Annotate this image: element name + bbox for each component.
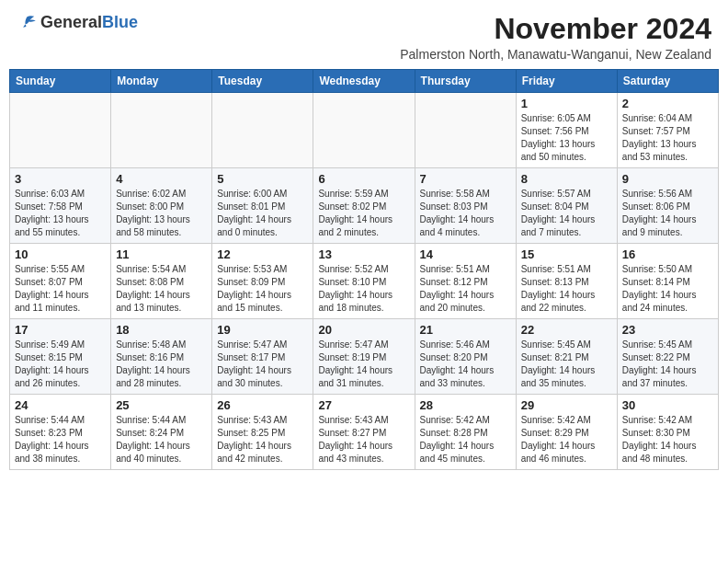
day-info: Sunrise: 5:43 AM Sunset: 8:27 PM Dayligh… bbox=[318, 414, 409, 465]
weekday-header-sunday: Sunday bbox=[10, 70, 111, 93]
day-cell bbox=[313, 93, 415, 168]
day-cell: 3Sunrise: 6:03 AM Sunset: 7:58 PM Daylig… bbox=[10, 168, 111, 244]
day-number: 15 bbox=[521, 247, 612, 261]
weekday-header-wednesday: Wednesday bbox=[313, 70, 415, 93]
day-info: Sunrise: 5:51 AM Sunset: 8:13 PM Dayligh… bbox=[521, 263, 612, 315]
day-number: 6 bbox=[318, 172, 409, 186]
day-info: Sunrise: 5:44 AM Sunset: 8:24 PM Dayligh… bbox=[116, 414, 207, 465]
day-info: Sunrise: 5:46 AM Sunset: 8:20 PM Dayligh… bbox=[420, 339, 511, 390]
week-row-3: 10Sunrise: 5:55 AM Sunset: 8:07 PM Dayli… bbox=[10, 244, 719, 319]
day-info: Sunrise: 5:48 AM Sunset: 8:16 PM Dayligh… bbox=[116, 339, 207, 390]
day-cell: 20Sunrise: 5:47 AM Sunset: 8:19 PM Dayli… bbox=[313, 319, 415, 395]
day-number: 10 bbox=[15, 247, 106, 261]
day-info: Sunrise: 5:42 AM Sunset: 8:29 PM Dayligh… bbox=[521, 414, 612, 465]
day-cell: 2Sunrise: 6:04 AM Sunset: 7:57 PM Daylig… bbox=[617, 93, 718, 168]
day-cell: 29Sunrise: 5:42 AM Sunset: 8:29 PM Dayli… bbox=[516, 395, 617, 470]
page-header: GeneralBlue November 2024 Palmerston Nor… bbox=[9, 9, 719, 65]
day-number: 7 bbox=[420, 172, 511, 186]
day-number: 28 bbox=[420, 398, 511, 412]
day-cell: 7Sunrise: 5:58 AM Sunset: 8:03 PM Daylig… bbox=[415, 168, 516, 244]
day-info: Sunrise: 6:03 AM Sunset: 7:58 PM Dayligh… bbox=[15, 188, 106, 239]
day-number: 1 bbox=[521, 97, 612, 110]
day-number: 19 bbox=[217, 323, 308, 337]
day-cell bbox=[10, 93, 111, 168]
day-info: Sunrise: 6:02 AM Sunset: 8:00 PM Dayligh… bbox=[116, 188, 207, 239]
day-info: Sunrise: 5:57 AM Sunset: 8:04 PM Dayligh… bbox=[521, 188, 612, 239]
day-info: Sunrise: 6:04 AM Sunset: 7:57 PM Dayligh… bbox=[622, 112, 713, 164]
day-info: Sunrise: 5:49 AM Sunset: 8:15 PM Dayligh… bbox=[15, 339, 106, 390]
day-info: Sunrise: 6:00 AM Sunset: 8:01 PM Dayligh… bbox=[217, 188, 308, 239]
day-cell: 15Sunrise: 5:51 AM Sunset: 8:13 PM Dayli… bbox=[516, 244, 617, 319]
day-number: 18 bbox=[116, 323, 207, 337]
day-info: Sunrise: 5:43 AM Sunset: 8:25 PM Dayligh… bbox=[217, 414, 308, 465]
weekday-header-friday: Friday bbox=[516, 70, 617, 93]
month-title: November 2024 bbox=[400, 13, 711, 45]
day-info: Sunrise: 5:42 AM Sunset: 8:28 PM Dayligh… bbox=[420, 414, 511, 465]
day-number: 23 bbox=[622, 323, 713, 337]
day-info: Sunrise: 5:58 AM Sunset: 8:03 PM Dayligh… bbox=[420, 188, 511, 239]
day-cell: 18Sunrise: 5:48 AM Sunset: 8:16 PM Dayli… bbox=[111, 319, 212, 395]
day-info: Sunrise: 5:45 AM Sunset: 8:21 PM Dayligh… bbox=[521, 339, 612, 390]
day-number: 9 bbox=[622, 172, 713, 186]
week-row-4: 17Sunrise: 5:49 AM Sunset: 8:15 PM Dayli… bbox=[10, 319, 719, 395]
day-info: Sunrise: 5:52 AM Sunset: 8:10 PM Dayligh… bbox=[318, 263, 409, 315]
day-info: Sunrise: 5:42 AM Sunset: 8:30 PM Dayligh… bbox=[622, 414, 713, 465]
day-cell: 4Sunrise: 6:02 AM Sunset: 8:00 PM Daylig… bbox=[111, 168, 212, 244]
day-cell: 22Sunrise: 5:45 AM Sunset: 8:21 PM Dayli… bbox=[516, 319, 617, 395]
week-row-5: 24Sunrise: 5:44 AM Sunset: 8:23 PM Dayli… bbox=[10, 395, 719, 470]
day-info: Sunrise: 5:50 AM Sunset: 8:14 PM Dayligh… bbox=[622, 263, 713, 315]
day-cell: 21Sunrise: 5:46 AM Sunset: 8:20 PM Dayli… bbox=[415, 319, 516, 395]
day-info: Sunrise: 5:53 AM Sunset: 8:09 PM Dayligh… bbox=[217, 263, 308, 315]
logo-blue: Blue bbox=[102, 13, 138, 31]
day-number: 12 bbox=[217, 247, 308, 261]
day-number: 27 bbox=[318, 398, 409, 412]
day-number: 11 bbox=[116, 247, 207, 261]
weekday-header-monday: Monday bbox=[111, 70, 212, 93]
day-cell: 12Sunrise: 5:53 AM Sunset: 8:09 PM Dayli… bbox=[212, 244, 313, 319]
calendar-table: SundayMondayTuesdayWednesdayThursdayFrid… bbox=[9, 69, 719, 470]
day-number: 2 bbox=[622, 97, 713, 110]
day-cell: 10Sunrise: 5:55 AM Sunset: 8:07 PM Dayli… bbox=[10, 244, 111, 319]
day-cell: 25Sunrise: 5:44 AM Sunset: 8:24 PM Dayli… bbox=[111, 395, 212, 470]
day-info: Sunrise: 5:47 AM Sunset: 8:17 PM Dayligh… bbox=[217, 339, 308, 390]
day-number: 30 bbox=[622, 398, 713, 412]
day-cell: 26Sunrise: 5:43 AM Sunset: 8:25 PM Dayli… bbox=[212, 395, 313, 470]
logo-icon bbox=[17, 14, 39, 32]
day-number: 14 bbox=[420, 247, 511, 261]
weekday-header-saturday: Saturday bbox=[617, 70, 718, 93]
weekday-header-row: SundayMondayTuesdayWednesdayThursdayFrid… bbox=[10, 70, 719, 93]
day-number: 8 bbox=[521, 172, 612, 186]
day-cell: 27Sunrise: 5:43 AM Sunset: 8:27 PM Dayli… bbox=[313, 395, 415, 470]
week-row-1: 1Sunrise: 6:05 AM Sunset: 7:56 PM Daylig… bbox=[10, 93, 719, 168]
day-number: 25 bbox=[116, 398, 207, 412]
day-number: 4 bbox=[116, 172, 207, 186]
day-cell: 14Sunrise: 5:51 AM Sunset: 8:12 PM Dayli… bbox=[415, 244, 516, 319]
day-number: 16 bbox=[622, 247, 713, 261]
day-cell: 5Sunrise: 6:00 AM Sunset: 8:01 PM Daylig… bbox=[212, 168, 313, 244]
title-block: November 2024 Palmerston North, Manawatu… bbox=[400, 13, 711, 62]
day-info: Sunrise: 5:45 AM Sunset: 8:22 PM Dayligh… bbox=[622, 339, 713, 390]
day-cell: 30Sunrise: 5:42 AM Sunset: 8:30 PM Dayli… bbox=[617, 395, 718, 470]
weekday-header-thursday: Thursday bbox=[415, 70, 516, 93]
day-cell bbox=[111, 93, 212, 168]
day-number: 17 bbox=[15, 323, 106, 337]
day-cell bbox=[212, 93, 313, 168]
day-info: Sunrise: 5:47 AM Sunset: 8:19 PM Dayligh… bbox=[318, 339, 409, 390]
location-subtitle: Palmerston North, Manawatu-Wanganui, New… bbox=[400, 47, 711, 62]
day-cell bbox=[415, 93, 516, 168]
day-cell: 28Sunrise: 5:42 AM Sunset: 8:28 PM Dayli… bbox=[415, 395, 516, 470]
week-row-2: 3Sunrise: 6:03 AM Sunset: 7:58 PM Daylig… bbox=[10, 168, 719, 244]
day-number: 24 bbox=[15, 398, 106, 412]
day-number: 26 bbox=[217, 398, 308, 412]
day-cell: 24Sunrise: 5:44 AM Sunset: 8:23 PM Dayli… bbox=[10, 395, 111, 470]
day-info: Sunrise: 6:05 AM Sunset: 7:56 PM Dayligh… bbox=[521, 112, 612, 164]
day-cell: 23Sunrise: 5:45 AM Sunset: 8:22 PM Dayli… bbox=[617, 319, 718, 395]
day-number: 21 bbox=[420, 323, 511, 337]
weekday-header-tuesday: Tuesday bbox=[212, 70, 313, 93]
day-cell: 19Sunrise: 5:47 AM Sunset: 8:17 PM Dayli… bbox=[212, 319, 313, 395]
day-cell: 6Sunrise: 5:59 AM Sunset: 8:02 PM Daylig… bbox=[313, 168, 415, 244]
day-cell: 13Sunrise: 5:52 AM Sunset: 8:10 PM Dayli… bbox=[313, 244, 415, 319]
day-cell: 11Sunrise: 5:54 AM Sunset: 8:08 PM Dayli… bbox=[111, 244, 212, 319]
day-cell: 17Sunrise: 5:49 AM Sunset: 8:15 PM Dayli… bbox=[10, 319, 111, 395]
day-cell: 1Sunrise: 6:05 AM Sunset: 7:56 PM Daylig… bbox=[516, 93, 617, 168]
